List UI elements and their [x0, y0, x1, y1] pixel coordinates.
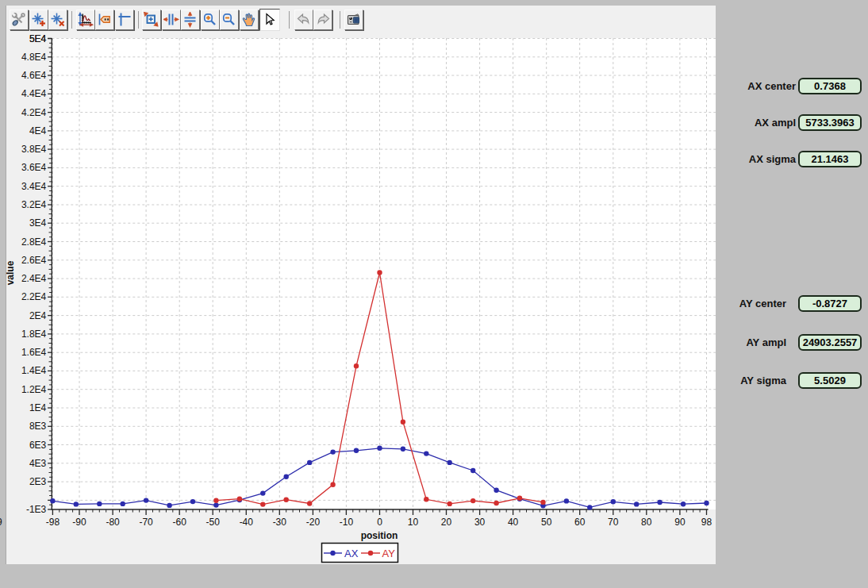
svg-text:-90: -90 — [72, 517, 86, 528]
svg-text:-60: -60 — [173, 517, 187, 528]
svg-text:-40: -40 — [240, 517, 254, 528]
svg-text:98: 98 — [701, 517, 712, 528]
svg-text:-98: -98 — [46, 517, 60, 528]
svg-text:2.6E4: 2.6E4 — [21, 255, 47, 266]
svg-text:2.4E4: 2.4E4 — [21, 273, 47, 284]
svg-text:5E4: 5E4 — [29, 33, 47, 44]
svg-text:value: value — [5, 260, 16, 285]
svg-text:50: 50 — [541, 517, 552, 528]
svg-text:2.8E4: 2.8E4 — [21, 236, 47, 248]
svg-text:-1E3: -1E3 — [26, 504, 47, 515]
svg-text:40: 40 — [508, 517, 519, 528]
svg-text:position: position — [361, 530, 398, 541]
svg-text:2E4: 2E4 — [29, 310, 47, 321]
svg-text:10: 10 — [408, 517, 419, 528]
svg-text:AY: AY — [382, 548, 396, 559]
svg-text:4E3: 4E3 — [29, 458, 47, 469]
svg-text:-10: -10 — [340, 517, 354, 528]
svg-text:2E3: 2E3 — [29, 476, 47, 487]
svg-text:AX: AX — [344, 548, 359, 559]
svg-text:3E4: 3E4 — [29, 217, 47, 229]
svg-text:9: 9 — [0, 517, 2, 528]
svg-text:70: 70 — [608, 517, 619, 528]
svg-text:3.2E4: 3.2E4 — [21, 199, 47, 210]
svg-text:90: 90 — [674, 517, 686, 528]
svg-text:0: 0 — [377, 517, 382, 528]
svg-text:30: 30 — [474, 517, 486, 528]
svg-text:6E3: 6E3 — [29, 440, 47, 451]
svg-text:1E4: 1E4 — [29, 402, 47, 413]
svg-text:-20: -20 — [306, 517, 321, 528]
svg-text:4.8E4: 4.8E4 — [21, 52, 47, 63]
svg-text:60: 60 — [574, 517, 586, 528]
svg-text:-30: -30 — [273, 517, 287, 528]
svg-text:80: 80 — [641, 517, 652, 528]
svg-text:3.4E4: 3.4E4 — [21, 181, 47, 192]
svg-text:8E3: 8E3 — [29, 421, 47, 432]
svg-text:20: 20 — [441, 517, 452, 528]
svg-text:-80: -80 — [106, 517, 120, 528]
svg-text:-50: -50 — [206, 517, 221, 528]
svg-text:-70: -70 — [139, 517, 153, 528]
